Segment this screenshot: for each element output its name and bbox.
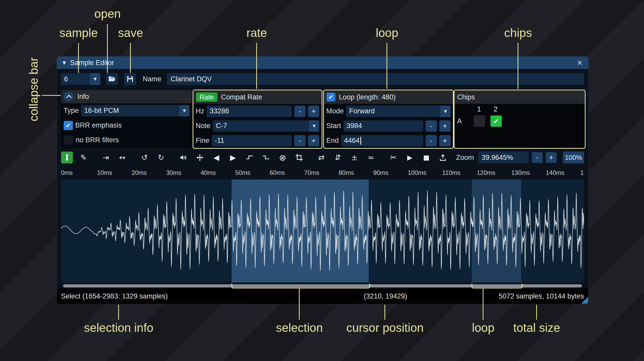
hz-plus-button[interactable]: + (308, 106, 319, 117)
edit-toolbar: I ✎ ⇥ ↔ ↺ ↻ ◀ ▶ ⊗ (61, 151, 584, 164)
collapse-triangle-icon[interactable]: ▼ (63, 60, 66, 65)
chevron-down-icon[interactable]: ▼ (309, 120, 319, 132)
annotation-loop: loop (376, 26, 398, 40)
triangle-left-icon[interactable]: ◀ (210, 152, 222, 163)
zoom-in-button[interactable]: + (546, 152, 557, 163)
waveform-canvas[interactable] (61, 179, 584, 282)
ruler-label: 140ms (546, 169, 564, 176)
trim-icon[interactable] (293, 152, 305, 163)
mode-dropdown[interactable]: Forward ▼ (346, 106, 451, 117)
no-brr-filters-checkbox[interactable] (64, 135, 73, 145)
chip-1-checkbox[interactable] (473, 115, 485, 127)
annotation-selection-info: selection info (84, 321, 154, 335)
info-panel: Info Type 16-bit PCM ▼ ✔ BRR emphasis no… (61, 90, 192, 148)
invert-icon[interactable]: ⇵ (332, 152, 344, 163)
chip-column-1-label: 1 (473, 105, 485, 113)
annotation-collapse-bar: collapse bar (28, 57, 40, 121)
type-dropdown[interactable]: 16-bit PCM ▼ (81, 105, 190, 116)
text-caret (360, 137, 361, 145)
chip-2-checkbox[interactable]: ✔ (490, 115, 502, 127)
close-icon[interactable]: ✕ (577, 59, 583, 67)
open-button[interactable] (106, 73, 118, 85)
ruler-label: 0ms (61, 169, 73, 176)
ruler-label: 20ms (132, 169, 147, 176)
select-ibeam-icon[interactable]: I (61, 152, 73, 163)
loop-end-plus-button[interactable]: + (439, 135, 451, 146)
loop-start-minus-button[interactable]: - (426, 120, 437, 132)
ruler-label: 60ms (270, 169, 285, 176)
loop-start-input[interactable]: 3984 (343, 120, 423, 132)
loop-enable-checkbox[interactable]: ✔ (327, 93, 335, 101)
zoom-out-button[interactable]: - (532, 152, 543, 163)
hz-minus-button[interactable]: - (294, 106, 306, 117)
pencil-icon[interactable]: ✎ (78, 152, 89, 163)
fine-input[interactable]: -11 (212, 135, 292, 146)
reverse-icon[interactable]: ⇄ (315, 152, 327, 163)
zoom-reset-button[interactable]: 100% (563, 152, 584, 163)
ruler-label: 100ms (408, 169, 426, 176)
window-titlebar[interactable]: ▼ Sample Editor ✕ (57, 57, 588, 69)
fine-plus-button[interactable]: + (308, 135, 319, 146)
brr-emphasis-checkbox[interactable]: ✔ (64, 121, 73, 130)
rate-panel-header: Rate Compat Rate (193, 90, 322, 104)
redo-icon[interactable]: ↻ (155, 152, 167, 163)
resize-grip[interactable] (581, 297, 588, 304)
hz-value: 33286 (210, 107, 229, 115)
loop-end-value: 4464 (344, 137, 360, 145)
type-value: 16-bit PCM (81, 105, 179, 116)
chip-row-a-label: A (457, 117, 473, 125)
waveform-view[interactable] (61, 179, 584, 282)
triangle-right-icon[interactable]: ▶ (227, 152, 239, 163)
chips-panel-header: Chips (454, 90, 585, 104)
sample-name-input[interactable]: Clarinet DQV (167, 73, 584, 85)
export-icon[interactable] (437, 152, 449, 163)
scrollbar-thumb[interactable] (63, 284, 582, 287)
loop-start-value: 3984 (346, 122, 362, 130)
status-cursor-position: (3210, 19429) (364, 292, 407, 300)
insert-silence-icon[interactable] (244, 152, 255, 163)
loop-end-input[interactable]: 4464 (341, 135, 423, 146)
play-icon[interactable]: ▶ (404, 152, 416, 163)
sample-number-combo[interactable]: 6 ▼ (61, 73, 100, 85)
rate-badge[interactable]: Rate (196, 92, 217, 102)
ruler-label: 110ms (442, 169, 460, 176)
resize-icon[interactable]: ⇥ (100, 152, 112, 163)
window-title: Sample Editor (70, 59, 114, 67)
chevron-down-icon[interactable]: ▼ (179, 105, 190, 116)
annotation-sample: sample (59, 26, 98, 40)
note-dropdown[interactable]: C-7 ▼ (213, 120, 319, 132)
ruler-label: 70ms (304, 169, 320, 176)
annotation-line-total-size (536, 305, 537, 320)
loop-start-plus-button[interactable]: + (439, 120, 451, 132)
zoom-value-input[interactable]: 39.9645% (479, 152, 529, 163)
chips-grid: 1 2 A ✔ (454, 104, 585, 127)
page-background: ▼ Sample Editor ✕ 6 ▼ Name (0, 0, 644, 361)
ruler-label: 40ms (201, 169, 216, 176)
signed-icon[interactable]: ± (348, 152, 360, 163)
apply-silence-icon[interactable] (260, 152, 272, 163)
save-button[interactable] (124, 73, 136, 85)
fine-minus-button[interactable]: - (294, 135, 306, 146)
delete-icon[interactable]: ⊗ (277, 152, 289, 163)
loop-panel: ✔ Loop (length: 480) Mode Forward ▼ Star… (323, 90, 454, 149)
chevron-down-icon[interactable]: ▼ (440, 106, 451, 117)
stop-icon[interactable]: ■ (420, 152, 432, 163)
loop-start-label: Start (326, 122, 341, 130)
cut-icon[interactable]: ✂ (387, 152, 399, 163)
chevron-down-icon[interactable]: ▼ (90, 73, 100, 85)
name-label: Name (143, 75, 161, 83)
loop-end-minus-button[interactable]: - (426, 135, 437, 146)
speaker-icon[interactable] (177, 152, 189, 163)
filter-icon[interactable]: ≈ (365, 152, 377, 163)
annotation-rate: rate (246, 26, 267, 40)
move-arrows-icon[interactable] (194, 152, 206, 163)
horizontal-scrollbar[interactable] (63, 284, 582, 287)
sample-editor-window: ▼ Sample Editor ✕ 6 ▼ Name (57, 56, 589, 304)
hz-input[interactable]: 33286 (207, 106, 292, 117)
collapse-info-button[interactable] (64, 92, 74, 101)
stretch-icon[interactable]: ↔ (116, 152, 128, 163)
note-label: Note (196, 122, 210, 130)
undo-icon[interactable]: ↺ (139, 152, 150, 163)
annotation-selection: selection (276, 321, 323, 335)
annotation-line-selection-info (118, 305, 119, 320)
